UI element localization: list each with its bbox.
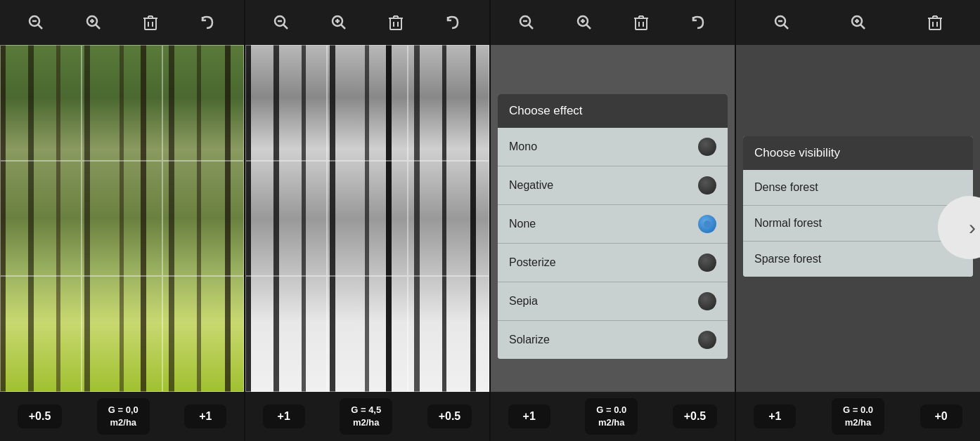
effect-label-mono: Mono — [509, 140, 537, 153]
visibility-item-dense[interactable]: Dense forest — [743, 170, 973, 206]
zoom-out-btn-1[interactable] — [23, 10, 49, 35]
effect-label-sepia: Sepia — [509, 295, 538, 308]
image-area-1 — [0, 45, 244, 392]
image-area-2 — [245, 45, 489, 392]
image-area-4: Choose visibility Dense forest Normal fo… — [736, 45, 980, 392]
g-value-4: G = 0.0 m2/ha — [832, 398, 884, 435]
delete-btn-4[interactable] — [922, 10, 948, 35]
undo-btn-3[interactable] — [686, 10, 711, 35]
svg-line-34 — [586, 25, 591, 29]
effect-dialog: Choose effect Mono Negative None Posteri… — [498, 94, 728, 359]
effect-item-posterize[interactable]: Posterize — [498, 244, 728, 282]
effect-label-solarize: Solarize — [509, 334, 550, 346]
toolbar-2 — [245, 0, 489, 45]
effect-item-negative[interactable]: Negative — [498, 166, 728, 205]
g-value-3: G = 0.0 m2/ha — [585, 398, 638, 435]
svg-line-44 — [784, 25, 788, 29]
delete-btn-2[interactable] — [383, 10, 408, 35]
panel-1: +0.5 G = 0,0 m2/ha +1 — [0, 0, 245, 441]
effect-item-solarize[interactable]: Solarize — [498, 321, 728, 359]
plus-one-btn-1[interactable]: +1 — [184, 404, 226, 428]
visibility-dialog: Choose visibility Dense forest Normal fo… — [743, 136, 973, 277]
effect-item-none[interactable]: None — [498, 205, 728, 244]
svg-rect-21 — [390, 18, 401, 29]
zoom-in-btn-2[interactable] — [326, 10, 352, 35]
effect-label-none: None — [509, 218, 536, 230]
visibility-label-dense: Dense forest — [754, 181, 818, 194]
svg-line-48 — [860, 25, 865, 29]
g-value-2: G = 4,5 m2/ha — [340, 398, 392, 435]
zoom-in-btn-1[interactable] — [81, 10, 106, 35]
panel-4: Choose visibility Dense forest Normal fo… — [736, 0, 980, 441]
panel-2: +1 G = 4,5 m2/ha +0.5 — [245, 0, 491, 441]
forest-image-1 — [0, 45, 244, 392]
delete-btn-3[interactable] — [628, 10, 654, 35]
effect-label-posterize: Posterize — [509, 256, 556, 269]
svg-line-16 — [283, 25, 288, 29]
radio-negative[interactable] — [698, 176, 716, 195]
radio-posterize[interactable] — [698, 254, 716, 272]
radio-sepia[interactable] — [698, 292, 716, 310]
radio-none[interactable] — [698, 215, 716, 233]
effect-item-mono[interactable]: Mono — [498, 128, 728, 166]
zoom-out-btn-2[interactable] — [269, 10, 294, 35]
plus-half-btn-1[interactable]: +0.5 — [18, 404, 63, 428]
undo-btn-1[interactable] — [195, 10, 221, 35]
svg-line-6 — [96, 25, 100, 29]
toolbar-4 — [736, 0, 980, 45]
visibility-label-sparse: Sparse forest — [754, 253, 821, 265]
image-area-3: Choose effect Mono Negative None Posteri… — [491, 45, 735, 392]
bottom-bar-1: +0.5 G = 0,0 m2/ha +1 — [0, 392, 244, 441]
plus-half-btn-2[interactable]: +0.5 — [427, 404, 472, 428]
g-value-1: G = 0,0 m2/ha — [97, 398, 150, 435]
svg-line-2 — [38, 25, 42, 29]
radio-mono[interactable] — [698, 138, 716, 156]
toolbar-3 — [491, 0, 735, 45]
dialog-title-effect: Choose effect — [498, 94, 728, 128]
effect-item-sepia[interactable]: Sepia — [498, 282, 728, 321]
radio-solarize[interactable] — [698, 331, 716, 349]
bottom-bar-2: +1 G = 4,5 m2/ha +0.5 — [245, 392, 489, 441]
zoom-out-btn-3[interactable] — [514, 10, 539, 35]
plus-one-btn-3[interactable]: +1 — [508, 404, 550, 428]
panel-3: Choose effect Mono Negative None Posteri… — [491, 0, 736, 441]
forest-image-2 — [245, 45, 489, 392]
svg-rect-35 — [636, 18, 647, 29]
visibility-label-normal: Normal forest — [754, 217, 822, 230]
svg-line-30 — [529, 25, 533, 29]
plus-zero-btn-4[interactable]: +0 — [920, 404, 962, 428]
zoom-in-btn-3[interactable] — [572, 10, 597, 35]
delete-btn-1[interactable] — [138, 10, 163, 35]
svg-rect-49 — [929, 18, 941, 29]
undo-btn-2[interactable] — [441, 10, 466, 35]
svg-line-20 — [341, 25, 345, 29]
zoom-in-btn-4[interactable] — [846, 10, 871, 35]
zoom-out-btn-4[interactable] — [769, 10, 794, 35]
chevron-right-icon: › — [969, 216, 976, 239]
plus-one-btn-2[interactable]: +1 — [263, 404, 305, 428]
plus-half-btn-3[interactable]: +0.5 — [673, 404, 718, 428]
svg-rect-7 — [145, 18, 156, 29]
toolbar-1 — [0, 0, 244, 45]
visibility-dialog-title: Choose visibility — [743, 136, 973, 170]
bottom-bar-3: +1 G = 0.0 m2/ha +0.5 — [491, 392, 735, 441]
bottom-bar-4: +1 G = 0.0 m2/ha +0 — [736, 392, 980, 441]
effect-label-negative: Negative — [509, 179, 553, 192]
visibility-item-sparse[interactable]: Sparse forest — [743, 242, 973, 277]
plus-one-btn-4[interactable]: +1 — [754, 404, 796, 428]
